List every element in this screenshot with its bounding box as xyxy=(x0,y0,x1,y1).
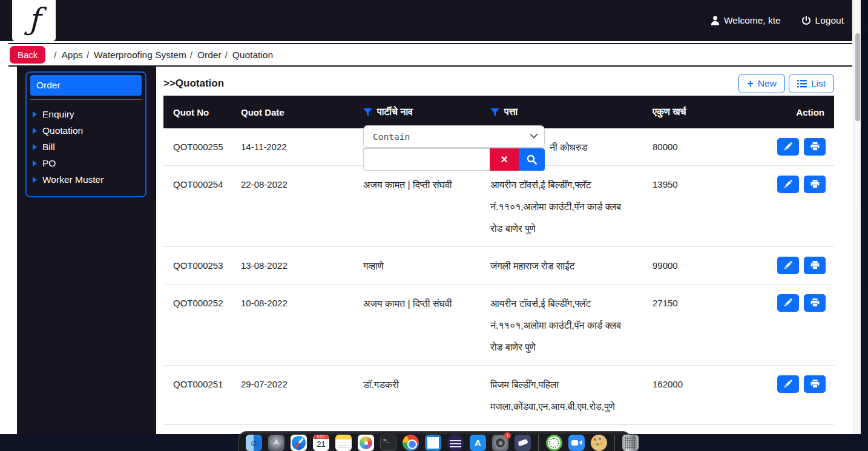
filter-icon[interactable] xyxy=(363,108,372,116)
sidebar-item-po[interactable]: PO xyxy=(30,155,142,171)
col-address: पत्ता xyxy=(481,96,643,128)
palette-dock-icon[interactable] xyxy=(591,435,607,451)
cell-latin quot-date: 13-08-2022 xyxy=(231,247,353,285)
triangle-icon xyxy=(33,177,37,183)
notification-badge: 1 xyxy=(504,432,511,439)
edit-button[interactable] xyxy=(777,176,799,193)
quotation-table: Quot No Quot Date पार्टीचे नाव xyxy=(163,96,834,434)
print-button[interactable] xyxy=(804,294,826,312)
table-header-row: Quot No Quot Date पार्टीचे नाव xyxy=(163,96,834,128)
pencil-icon xyxy=(784,142,792,151)
settings-dock-icon[interactable]: 1 xyxy=(492,435,508,451)
triangle-icon xyxy=(33,128,37,134)
cell-latin quot-no: QOT000254 xyxy=(163,166,231,247)
cell-latin quot-date: 29-07-2022 xyxy=(231,366,353,425)
edit-button[interactable] xyxy=(777,138,799,156)
cell-latin quot-no: QOT000251 xyxy=(163,366,231,425)
welcome-label: Welcome, kte xyxy=(724,15,781,26)
printer-icon xyxy=(810,142,820,151)
breadcrumb-item[interactable]: Apps xyxy=(62,50,83,60)
search-icon xyxy=(527,154,537,165)
browser-scrollbar[interactable] xyxy=(853,0,861,434)
cell-latin quot-date: 22-08-2022 xyxy=(231,166,353,247)
filter-value-input[interactable] xyxy=(363,148,490,171)
col-action: Action xyxy=(722,96,834,128)
cell-total xyxy=(643,425,722,435)
cell-total: 99000 xyxy=(643,247,722,285)
print-button[interactable] xyxy=(804,176,826,193)
eclipse-dock-icon[interactable] xyxy=(447,435,464,451)
logout-button[interactable]: Logout xyxy=(801,15,844,26)
edit-button[interactable] xyxy=(777,257,799,274)
breadcrumb-separator: / xyxy=(225,50,228,60)
pencil-icon xyxy=(784,180,792,188)
power-icon xyxy=(801,16,811,25)
notes-dock-icon[interactable] xyxy=(335,435,352,451)
welcome-user[interactable]: Welcome, kte xyxy=(711,15,781,26)
logout-label: Logout xyxy=(815,15,844,26)
new-button[interactable]: + New xyxy=(738,74,785,93)
scrollbar-thumb[interactable] xyxy=(855,33,860,121)
print-button[interactable] xyxy=(804,257,826,274)
breadcrumb-item[interactable]: Quotation xyxy=(232,50,273,60)
launchpad-dock-icon[interactable] xyxy=(268,435,284,451)
logo-glyph: ƒ xyxy=(28,2,40,37)
cell-latin quot-date: 14-11-2022 xyxy=(231,128,353,166)
filter-popup: Contain × xyxy=(363,125,545,171)
finder-dock-icon[interactable]: ☺ xyxy=(246,435,262,451)
bluapp-dock-icon[interactable] xyxy=(515,435,531,451)
app-logo[interactable]: ƒ xyxy=(12,0,56,41)
sidebar-item-worker-muster[interactable]: Worker Muster xyxy=(30,171,142,188)
user-icon xyxy=(711,16,720,25)
cell-latin quot-date: 10-08-2022 xyxy=(231,285,353,366)
print-button[interactable] xyxy=(804,138,826,156)
chrome-dock-icon[interactable] xyxy=(403,435,419,451)
cell-total: 13950 xyxy=(643,166,722,247)
col-quot-no: Quot No xyxy=(163,96,231,128)
cell-party: डॉ.गडकरी xyxy=(353,366,481,425)
vscode-dock-icon[interactable] xyxy=(425,435,441,451)
terminal-dock-icon[interactable]: >_ xyxy=(380,435,396,451)
sidebar-item-bill[interactable]: Bill xyxy=(30,139,142,155)
printer-icon xyxy=(810,261,820,269)
sidebar-item-enquiry[interactable]: Enquiry xyxy=(30,106,142,122)
cell-party: अजय कामत | दिप्ती संघवी xyxy=(353,166,481,247)
filter-search-button[interactable] xyxy=(519,148,545,171)
filter-operator-select[interactable]: Contain xyxy=(364,126,544,147)
calendar-dock-icon[interactable]: NOV21 xyxy=(313,435,329,451)
print-button[interactable] xyxy=(804,375,826,393)
cell-total: 27150 xyxy=(643,285,722,366)
safari-dock-icon[interactable] xyxy=(291,435,307,451)
sidebar-divider xyxy=(30,99,142,100)
table-row: QOT00025313-08-2022गव्हाणेजंगली महाराज र… xyxy=(163,247,834,285)
list-button[interactable]: List xyxy=(789,74,834,93)
cell-latin quot-no xyxy=(163,425,231,435)
cell-address: आयरीन टॉवर्स,ई बिल्डींग,फ्लॅट नं.११०१,अल… xyxy=(481,285,643,366)
macos-dock: ☺NOV21>_A1 xyxy=(238,431,631,451)
breadcrumb-item[interactable]: Order xyxy=(197,50,222,60)
zoom-dock-icon[interactable] xyxy=(568,435,585,451)
edit-button[interactable] xyxy=(777,294,799,312)
sidebar-item-quotation[interactable]: Quotation xyxy=(30,122,142,139)
appstore-dock-icon[interactable]: A xyxy=(470,435,486,451)
col-quot-date: Quot Date xyxy=(231,96,353,128)
edit-button[interactable] xyxy=(777,375,799,393)
sidebar-title-order[interactable]: Order xyxy=(30,75,142,96)
top-navbar: ƒ Welcome, kte Logout xyxy=(0,0,852,41)
photos-dock-icon[interactable] xyxy=(358,435,374,451)
cell-actions xyxy=(722,128,834,166)
table-row: QOT00025129-07-2022डॉ.गडकरीप्रिजम बिल्डी… xyxy=(163,366,834,425)
filter-icon[interactable] xyxy=(490,108,499,116)
breadcrumb-separator: / xyxy=(190,50,192,60)
cell-total: 80000 xyxy=(643,128,722,166)
trash-dock-icon[interactable] xyxy=(622,435,639,451)
printer-icon xyxy=(810,298,820,307)
plus-icon: + xyxy=(747,79,754,88)
anyconnect-dock-icon[interactable] xyxy=(546,435,562,451)
col-total-cost: एकुण खर्च xyxy=(643,96,722,128)
filter-clear-button[interactable]: × xyxy=(490,148,519,171)
back-button[interactable]: Back xyxy=(10,46,45,64)
breadcrumb: Back /Apps/Waterproofing System/Order/Qu… xyxy=(8,43,852,67)
breadcrumb-item[interactable]: Waterproofing System xyxy=(94,50,186,60)
cell-address: आयरीन टॉवर्स,ई बिल्डींग,फ्लॅट नं.११०१,अल… xyxy=(481,166,643,247)
